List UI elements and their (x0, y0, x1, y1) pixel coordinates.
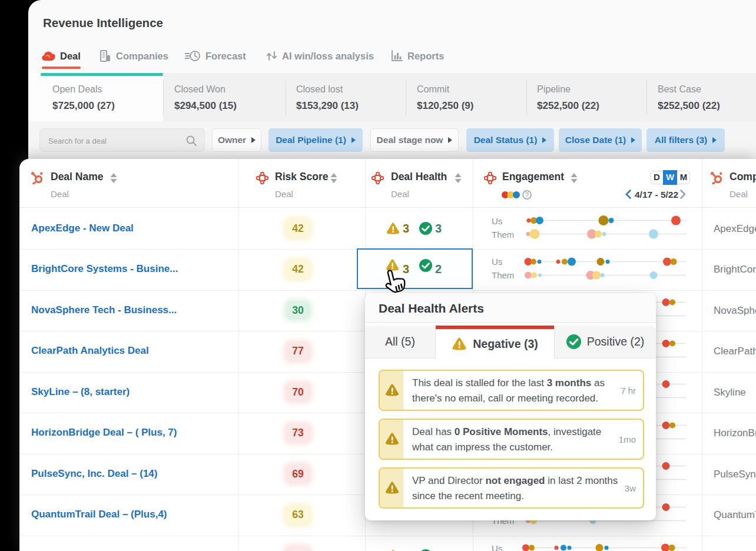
svg-text:?: ? (525, 191, 529, 198)
